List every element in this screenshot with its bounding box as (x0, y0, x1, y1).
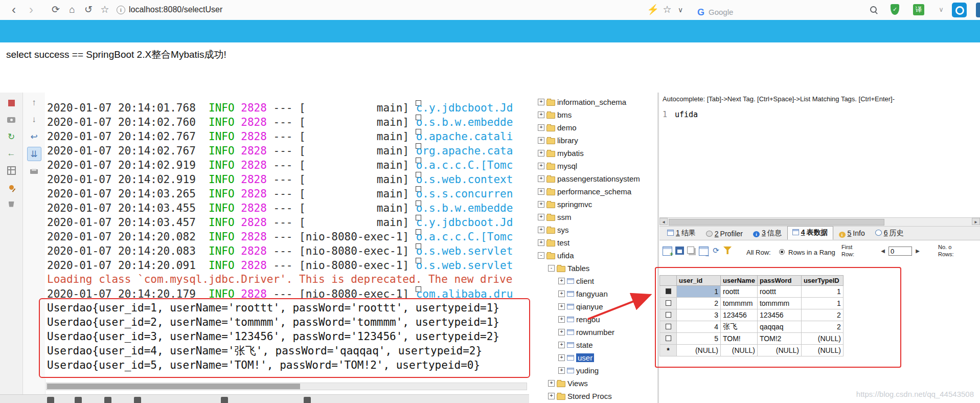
camera-icon[interactable] (5, 113, 18, 126)
tree-item-user[interactable]: +user (535, 351, 657, 364)
chevron-down-icon-2[interactable]: ∨ (935, 3, 948, 16)
grid-cell[interactable]: tommmm (721, 298, 758, 309)
grid-cell[interactable]: 5 (677, 333, 721, 345)
expander-icon[interactable]: + (538, 227, 544, 233)
tree-splitter[interactable] (657, 93, 659, 403)
expander-icon[interactable]: + (538, 163, 544, 169)
pager-right-icon[interactable]: ▶ (914, 247, 921, 255)
copy-icon[interactable] (687, 247, 694, 254)
row-selector[interactable] (660, 309, 677, 321)
export-icon[interactable] (699, 247, 709, 256)
expander-icon[interactable]: - (538, 252, 544, 259)
grid-cell[interactable]: 4 (677, 321, 721, 333)
grid-cell[interactable]: roottt (721, 286, 758, 298)
grid-cell[interactable]: 2 (801, 321, 843, 333)
print-icon[interactable] (28, 165, 41, 178)
tab-profiler[interactable]: 2Profiler (701, 228, 747, 240)
row-selector[interactable] (660, 333, 677, 345)
expander-icon[interactable]: + (548, 380, 555, 387)
home-icon[interactable]: ⌂ (65, 3, 79, 16)
stop-icon[interactable] (5, 96, 18, 109)
expander-icon[interactable]: + (538, 214, 544, 220)
grid-cell[interactable]: 1 (677, 286, 721, 298)
grid-cell[interactable]: 张飞 (721, 321, 758, 333)
lightning-icon[interactable]: ⚡ (646, 3, 659, 16)
pager-left-icon[interactable]: ◀ (879, 247, 886, 255)
grid-cell[interactable]: tommmm (757, 298, 801, 309)
scrollbar-thumb[interactable] (669, 219, 884, 226)
expander-icon[interactable]: + (558, 290, 565, 297)
row-selector[interactable] (660, 321, 677, 333)
expander-icon[interactable]: + (538, 188, 544, 195)
run-console[interactable]: 2020-01-07 20:14:01.768 INFO 2828 --- [ … (45, 93, 529, 379)
expander-icon[interactable]: + (548, 393, 555, 399)
column-header-username[interactable]: userName (721, 276, 758, 286)
quick-star-icon[interactable]: ☆ (660, 3, 674, 16)
trash-icon[interactable] (5, 197, 18, 211)
expander-icon[interactable]: + (538, 239, 544, 246)
grid-cell[interactable]: (NULL) (721, 345, 758, 356)
grid-cell[interactable]: (NULL) (801, 333, 843, 345)
rows-range-radio[interactable] (779, 249, 785, 255)
filter-icon[interactable] (723, 247, 732, 254)
grid-cell[interactable]: 2 (677, 298, 721, 309)
expander-icon[interactable]: + (558, 316, 565, 323)
tree-item-qianyue[interactable]: +qianyue (535, 300, 657, 313)
grid-cell[interactable]: 123456 (721, 309, 758, 321)
column-header-usertypeid[interactable]: userTypeID (801, 276, 843, 286)
tree-item-test[interactable]: +test (535, 236, 657, 249)
expander-icon[interactable]: + (538, 111, 544, 118)
translate-icon[interactable]: 译 (913, 4, 924, 15)
bookmark-star-icon[interactable]: ☆ (98, 3, 111, 16)
tree-item-sys[interactable]: +sys (535, 223, 657, 236)
row-checkbox[interactable] (666, 335, 671, 341)
insert-row-icon[interactable] (663, 247, 672, 256)
tree-item-fangyuan[interactable]: +fangyuan (535, 287, 657, 300)
scroll-down-icon[interactable]: ↓ (28, 113, 41, 126)
expander-icon[interactable]: + (558, 303, 565, 310)
grid-cell[interactable]: 123456 (757, 309, 801, 321)
console-horizontal-scrollbar[interactable] (46, 383, 527, 390)
tree-item-stored-procs[interactable]: +Stored Procs (535, 390, 657, 402)
soft-wrap-icon[interactable]: ↩ (28, 130, 41, 143)
grid-cell[interactable]: 2 (801, 309, 843, 321)
page-info-icon[interactable]: i (117, 6, 125, 14)
first-row-input[interactable] (888, 247, 912, 256)
rerun-icon[interactable]: ↻ (5, 130, 18, 143)
tree-item-rengou[interactable]: +rengou (535, 313, 657, 326)
tab-results[interactable]: 1结果 (663, 227, 700, 240)
grid-cell[interactable]: TOM! (721, 333, 758, 345)
tree-item-performance-schema[interactable]: +performance_schema (535, 185, 657, 198)
scroll-left-icon[interactable]: ◂ (659, 218, 668, 225)
tree-item-yuding[interactable]: +yuding (535, 364, 657, 377)
tree-item-mysql[interactable]: +mysql (535, 160, 657, 172)
undo-icon[interactable]: ↺ (82, 3, 95, 16)
expander-icon[interactable]: + (558, 367, 565, 374)
pin-icon[interactable] (5, 181, 18, 194)
row-selector[interactable]: * (660, 345, 677, 356)
row-checkbox[interactable] (666, 312, 671, 318)
expander-icon[interactable]: + (558, 329, 565, 335)
tree-item-mybatis[interactable]: +mybatis (535, 147, 657, 160)
expander-icon[interactable]: + (558, 342, 565, 348)
tree-item-ufida[interactable]: -ufida (535, 249, 657, 262)
grid-cell[interactable]: 3 (677, 309, 721, 321)
row-checkbox[interactable] (666, 288, 671, 294)
tree-item-state[interactable]: +state (535, 339, 657, 351)
tree-item-springmvc[interactable]: +springmvc (535, 198, 657, 211)
tab-table-data[interactable]: 4表数据 (787, 226, 833, 240)
tree-item-tables[interactable]: -Tables (535, 262, 657, 275)
search-box[interactable]: G Google (693, 2, 862, 17)
tab-info[interactable]: i5Info (834, 228, 870, 240)
reload-icon[interactable]: ⟳ (49, 3, 62, 16)
grid-cell[interactable]: 1 (801, 286, 843, 298)
expander-icon[interactable]: + (558, 278, 565, 284)
grid-cell[interactable]: roottt (757, 286, 801, 298)
grid-cell[interactable]: (NULL) (757, 345, 801, 356)
scroll-right-icon[interactable]: ▸ (972, 218, 980, 225)
tree-item-bms[interactable]: +bms (535, 108, 657, 121)
tree-item-information-schema[interactable]: +information_schema (535, 96, 657, 108)
tree-item-library[interactable]: +library (535, 134, 657, 147)
expander-icon[interactable]: + (538, 201, 544, 208)
expander-icon[interactable]: + (538, 150, 544, 156)
